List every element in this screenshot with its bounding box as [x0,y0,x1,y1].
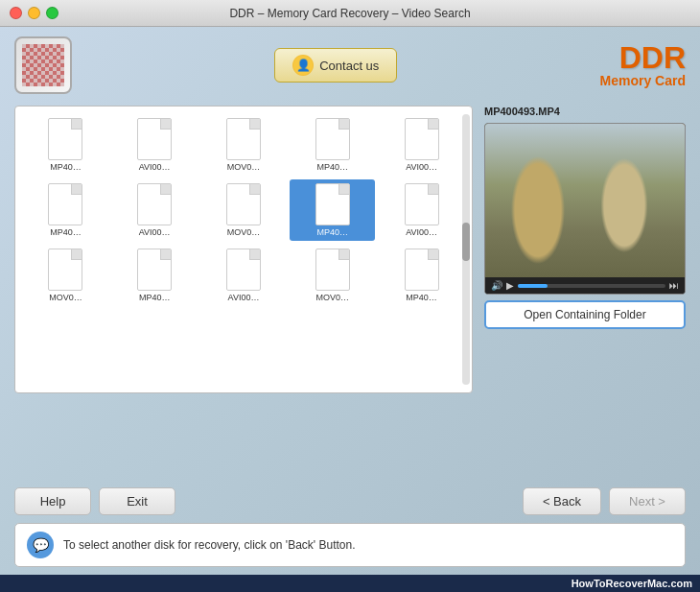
progress-bar[interactable] [518,284,665,288]
file-label: MOV0… [227,162,261,172]
window-controls[interactable] [10,7,58,19]
status-bar: 💬 To select another disk for recovery, c… [14,523,686,567]
maximize-button[interactable] [46,7,58,19]
list-item[interactable]: AVI00… [112,114,198,176]
play-button[interactable]: ▶ [506,280,514,291]
back-button[interactable]: < Back [523,487,601,515]
file-label: MP40… [50,162,82,172]
file-label: AVI00… [139,162,171,172]
watermark: HowToRecoverMac.com [0,575,700,592]
preview-controls: 🔊 ▶ ⏭ [485,277,685,294]
logo-checkerboard-icon [22,44,64,86]
list-item[interactable]: AVI00… [379,179,464,241]
file-label: MP40… [50,227,82,237]
exit-button[interactable]: Exit [99,487,175,515]
help-button[interactable]: Help [14,487,91,515]
file-icon [226,183,261,225]
file-icon [405,183,439,225]
file-label: AVI00… [406,162,437,172]
list-item[interactable]: MOV0… [201,114,287,176]
preview-image [485,124,685,277]
file-icon [405,249,439,291]
file-icon [315,183,350,225]
list-item[interactable]: MP40… [112,245,198,306]
list-item[interactable]: MP40… [23,114,108,176]
list-item[interactable]: MOV0… [201,179,287,241]
list-item[interactable]: MOV0… [290,245,375,306]
file-icon [137,249,172,291]
contact-button[interactable]: 👤 Contact us [274,48,397,83]
file-label: AVI00… [139,227,171,237]
open-folder-button[interactable]: Open Containing Folder [484,300,686,329]
list-item[interactable]: MOV0… [23,245,108,306]
body-area: MP40… AVI00… MOV0… MP40… AVI00… [14,106,686,393]
file-label: AVI00… [228,293,260,302]
ddr-subtitle: Memory Card [600,73,686,88]
window-title: DDR – Memory Card Recovery – Video Searc… [229,7,470,20]
file-icon [48,118,82,160]
main-content: 👤 Contact us DDR Memory Card MP40… AVI00… [0,27,700,592]
status-message: To select another disk for recovery, cli… [63,538,356,552]
minimize-button[interactable] [28,7,40,19]
preview-filename: MP400493.MP4 [484,106,686,117]
file-label: MP40… [139,293,171,302]
next-button[interactable]: Next > [609,487,686,515]
file-icon [405,118,439,160]
nav-left: Help Exit [14,487,175,515]
file-label: MOV0… [227,227,261,237]
file-icon [226,118,261,160]
file-icon [48,183,82,225]
skip-forward-icon[interactable]: ⏭ [669,280,679,291]
watermark-text: HowToRecoverMac.com [572,578,692,589]
scrollbar-thumb[interactable] [462,223,470,261]
file-label: MOV0… [316,293,350,302]
close-button[interactable] [10,7,22,19]
file-icon [315,118,350,160]
list-item[interactable]: MP40… [23,179,108,241]
ddr-logo: DDR Memory Card [600,42,686,88]
list-item[interactable]: AVI00… [379,114,464,176]
contact-label: Contact us [319,59,379,73]
file-icon [48,249,82,291]
file-label: MOV0… [49,293,82,302]
file-label: MP40… [406,293,437,302]
file-icon [226,249,261,291]
file-icon [137,118,172,160]
scrollbar[interactable] [462,114,470,385]
progress-fill [518,284,548,288]
file-label: AVI00… [406,227,437,237]
list-item[interactable]: AVI00… [201,245,287,306]
preview-box: 🔊 ▶ ⏭ [484,123,686,295]
info-icon: 💬 [27,532,54,558]
file-grid: MP40… AVI00… MOV0… MP40… AVI00… [23,114,464,306]
app-logo [14,36,72,94]
list-item[interactable]: MP40… [290,114,375,176]
file-icon [137,183,172,225]
list-item[interactable]: AVI00… [112,179,198,241]
file-grid-container: MP40… AVI00… MOV0… MP40… AVI00… [14,106,473,393]
nav-right: < Back Next > [523,487,686,515]
file-icon [315,249,350,291]
list-item[interactable]: MP40… [290,179,375,241]
contact-person-icon: 👤 [292,55,314,76]
bottom-area: Help Exit < Back Next > 💬 To select anot… [0,487,700,592]
title-bar: DDR – Memory Card Recovery – Video Searc… [0,0,700,27]
volume-icon[interactable]: 🔊 [491,280,502,291]
nav-buttons: Help Exit < Back Next > [0,487,700,523]
list-item[interactable]: MP40… [379,245,464,306]
file-label: MP40… [317,162,349,172]
header: 👤 Contact us DDR Memory Card [14,36,686,94]
ddr-title: DDR [600,42,686,73]
file-label: MP40… [317,227,349,237]
preview-panel: MP400493.MP4 🔊 ▶ ⏭ Open Containing Folde… [484,106,686,393]
